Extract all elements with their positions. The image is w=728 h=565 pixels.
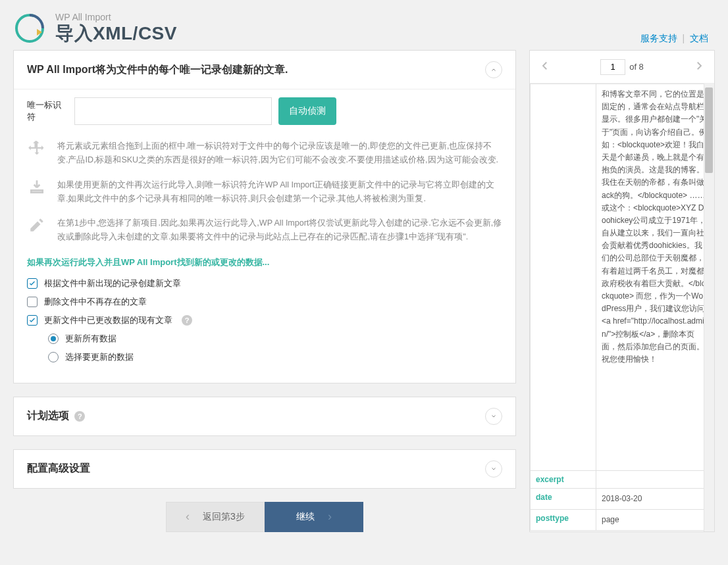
preview-key: posttype bbox=[531, 510, 596, 531]
footer-nav: ‹ 返回第3步 继续 › bbox=[13, 502, 516, 532]
chevron-right-icon: › bbox=[328, 510, 332, 524]
preview-val: page bbox=[596, 510, 714, 531]
page-input[interactable] bbox=[600, 59, 625, 75]
chevron-up-icon bbox=[490, 66, 498, 74]
back-button-label: 返回第3步 bbox=[203, 511, 245, 523]
autodetect-button[interactable]: 自动侦测 bbox=[278, 97, 336, 125]
update-all-radio[interactable] bbox=[48, 333, 59, 344]
next-record-button[interactable] bbox=[690, 57, 708, 76]
choose-update-label: 选择要更新的数据 bbox=[65, 351, 134, 363]
header-links: 服务支持 | 文档 bbox=[640, 33, 708, 45]
records-intro-text: 如果再次运行此导入并且WP All Import找到新的或更改的数据... bbox=[27, 257, 502, 268]
create-new-checkbox[interactable] bbox=[27, 278, 38, 289]
delete-missing-checkbox[interactable] bbox=[27, 297, 38, 307]
preview-val bbox=[596, 471, 714, 489]
preview-panel: of 8 和博客文章不同，它的位置是固定的，通常会在站点导航栏显示。很多用户都创… bbox=[529, 50, 715, 532]
records-panel-title: WP All Import将为文件中的每个唯一记录创建新的文章. bbox=[27, 63, 480, 77]
chevron-left-icon bbox=[539, 60, 551, 72]
preview-body[interactable]: 和博客文章不同，它的位置是固定的，通常会在站点导航栏显示。很多用户都创建一个"关… bbox=[530, 84, 714, 531]
update-existing-checkbox[interactable] bbox=[27, 315, 38, 326]
table-row: excerpt bbox=[531, 471, 714, 489]
preview-key: excerpt bbox=[531, 471, 596, 489]
preview-val: 2018-03-20 bbox=[596, 489, 714, 510]
prev-record-button[interactable] bbox=[536, 57, 554, 76]
preview-key: date bbox=[531, 489, 596, 510]
edit-icon bbox=[27, 216, 47, 236]
docs-link[interactable]: 文档 bbox=[690, 33, 708, 43]
table-row: posttype page bbox=[531, 510, 714, 531]
continue-button[interactable]: 继续 › bbox=[265, 502, 363, 532]
advanced-panel-title: 配置高级设置 bbox=[27, 462, 480, 476]
table-row: 和博客文章不同，它的位置是固定的，通常会在站点导航栏显示。很多用户都创建一个"关… bbox=[531, 84, 714, 471]
unique-id-label: 唯一标识符 bbox=[27, 99, 68, 123]
wp-all-import-logo-icon bbox=[13, 12, 46, 45]
update-all-label: 更新所有数据 bbox=[65, 333, 117, 345]
pager: of 8 bbox=[600, 59, 644, 75]
table-row: date 2018-03-20 bbox=[531, 489, 714, 510]
info-drag-text: 将元素或元素组合拖到上面的框中.唯一标识符对于文件中的每个记录应该是唯一的,即使… bbox=[57, 139, 502, 168]
page-header: WP All Import 导入XML/CSV 服务支持 | 文档 bbox=[0, 0, 728, 50]
page-of-label: of 8 bbox=[629, 62, 644, 72]
check-icon bbox=[28, 280, 36, 287]
info-step1-text: 在第1步中,您选择了新项目.因此,如果再次运行此导入,WP All Import… bbox=[57, 216, 502, 245]
check-icon bbox=[28, 316, 36, 324]
scrollbar-thumb[interactable] bbox=[705, 87, 713, 173]
download-icon bbox=[27, 178, 47, 198]
collapse-button[interactable] bbox=[485, 61, 502, 78]
collapse-button[interactable] bbox=[485, 408, 502, 425]
back-button[interactable]: ‹ 返回第3步 bbox=[166, 502, 265, 532]
schedule-title-text: 计划选项 bbox=[27, 410, 69, 421]
preview-scrollbar[interactable] bbox=[704, 84, 714, 531]
continue-button-label: 继续 bbox=[296, 511, 315, 523]
create-new-label: 根据文件中新出现的记录创建新文章 bbox=[44, 278, 181, 289]
chevron-left-icon: ‹ bbox=[186, 510, 190, 524]
collapse-button[interactable] bbox=[485, 460, 502, 478]
advanced-panel: 配置高级设置 bbox=[13, 449, 516, 489]
delete-missing-label: 删除文件中不再存在的文章 bbox=[44, 296, 147, 308]
schedule-panel-title: 计划选项 ? bbox=[27, 409, 480, 423]
schedule-panel: 计划选项 ? bbox=[13, 397, 516, 436]
help-icon[interactable]: ? bbox=[74, 411, 85, 422]
drag-icon bbox=[27, 139, 47, 159]
info-rerun-text: 如果使用更新的文件再次运行此导入,则唯一标识符允许WP All Import正确… bbox=[57, 178, 502, 207]
preview-blank-cell bbox=[531, 84, 596, 471]
support-link[interactable]: 服务支持 bbox=[640, 33, 677, 43]
update-existing-label: 更新文件中已更改数据的现有文章 bbox=[44, 314, 172, 326]
app-title: 导入XML/CSV bbox=[55, 21, 715, 46]
records-panel: WP All Import将为文件中的每个唯一记录创建新的文章. 唯一标识符 自… bbox=[13, 50, 516, 383]
unique-id-input[interactable] bbox=[74, 97, 272, 125]
preview-content-cell: 和博客文章不同，它的位置是固定的，通常会在站点导航栏显示。很多用户都创建一个"关… bbox=[596, 84, 714, 471]
help-icon[interactable]: ? bbox=[182, 315, 192, 326]
chevron-down-icon bbox=[490, 412, 498, 420]
choose-update-radio[interactable] bbox=[48, 352, 59, 362]
chevron-right-icon bbox=[693, 60, 705, 72]
chevron-down-icon bbox=[490, 465, 498, 473]
